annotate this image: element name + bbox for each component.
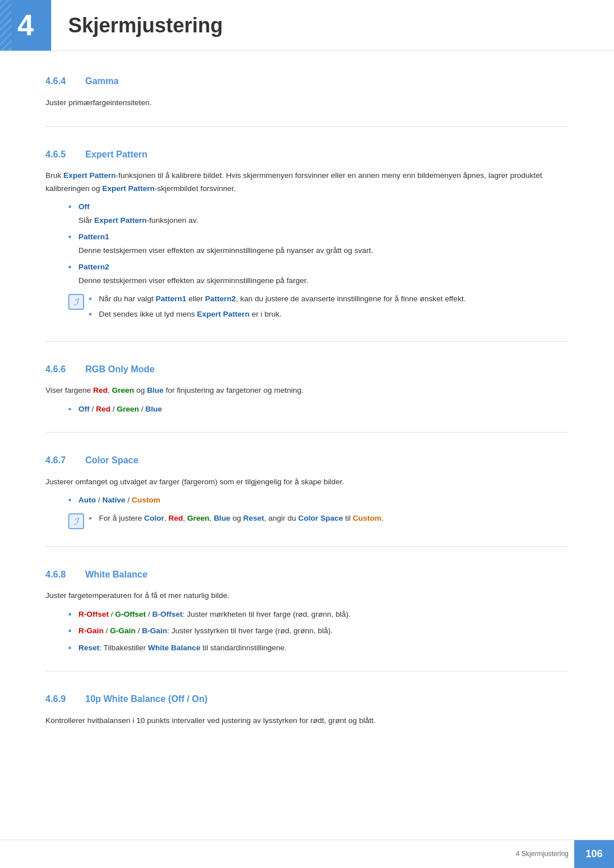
- kw-blue-1: Blue: [147, 386, 163, 394]
- section-4-6-7-heading: 4.6.7 Color Space: [45, 453, 569, 468]
- section-4-6-8-heading: 4.6.8 White Balance: [45, 567, 569, 582]
- list-item-pattern1: Pattern1 Denne testskjermen viser effekt…: [68, 231, 569, 256]
- kw-pattern1-note: Pattern1: [156, 294, 186, 303]
- kw-green-note: Green: [187, 514, 209, 522]
- section-4-6-9-title: 10p White Balance (Off / On): [85, 692, 208, 707]
- chapter-title: Skjermjustering: [51, 0, 223, 51]
- divider-5: [45, 671, 569, 671]
- chapter-number-text: 4: [18, 2, 34, 49]
- note-colorspace-1: For å justere Color, Red, Green, Blue og…: [89, 512, 569, 525]
- section-4-6-7-title: Color Space: [85, 453, 138, 468]
- footer-content: 4 Skjermjustering 106: [516, 840, 614, 869]
- list-item-off: Off Slår Expert Pattern-funksjonen av.: [68, 201, 569, 226]
- section-4-6-6-number: 4.6.6: [45, 362, 74, 377]
- kw-expert-pattern-2: Expert Pattern: [102, 184, 155, 193]
- note-container-4-6-7: ℐ For å justere Color, Red, Green, Blue …: [68, 512, 569, 529]
- list-item-reset: Reset: Tilbakestiller White Balance til …: [68, 642, 569, 654]
- section-4-6-6-title: RGB Only Mode: [85, 362, 155, 377]
- kw-blue-rgb: Blue: [146, 405, 162, 413]
- footer-page-number-text: 106: [586, 846, 603, 862]
- section-4-6-8-body: Juster fargetemperaturen for å få et mer…: [45, 589, 569, 602]
- kw-bgain: B-Gain: [142, 626, 167, 635]
- list-item-pattern2-subtext: Denne testskjermen viser effekten av skj…: [78, 275, 569, 287]
- kw-green-1: Green: [112, 386, 134, 394]
- kw-off-rgb: Off: [78, 405, 90, 413]
- kw-expert-pattern-note: Expert Pattern: [197, 310, 250, 318]
- section-4-6-4-body: Juster primærfargeintensiteten.: [45, 97, 569, 109]
- section-4-6-5-heading: 4.6.5 Expert Pattern: [45, 147, 569, 162]
- kw-color-note: Color: [144, 514, 164, 522]
- section-4-6-4-heading: 4.6.4 Gamma: [45, 74, 569, 89]
- section-4-6-8-number: 4.6.8: [45, 567, 74, 582]
- kw-reset-wb: Reset: [78, 643, 99, 652]
- section-4-6-4-title: Gamma: [85, 74, 119, 89]
- section-4-6-7-number: 4.6.7: [45, 453, 74, 468]
- divider-1: [45, 126, 569, 127]
- kw-green-rgb: Green: [117, 405, 139, 413]
- kw-red-rgb: Red: [96, 405, 111, 413]
- kw-goffset: G-Offset: [115, 610, 146, 618]
- kw-auto: Auto: [78, 496, 96, 504]
- footer-text: 4 Skjermjustering: [516, 849, 574, 859]
- kw-blue-note: Blue: [214, 514, 230, 522]
- list-item-rgb: Off / Red / Green / Blue: [68, 403, 569, 416]
- note-bullets-4-6-7: For å justere Color, Red, Green, Blue og…: [89, 512, 569, 528]
- page-footer: 4 Skjermjustering 106: [0, 840, 614, 868]
- kw-red-note: Red: [168, 514, 183, 522]
- section-4-6-6-heading: 4.6.6 RGB Only Mode: [45, 362, 569, 377]
- kw-boffset: B-Offset: [152, 610, 182, 618]
- divider-2: [45, 341, 569, 342]
- section-4-6-8-list: R-Offset / G-Offset / B-Offset: Juster m…: [68, 608, 569, 654]
- kw-colorspace-note: Color Space: [298, 514, 343, 522]
- section-4-6-6-body: Viser fargene Red, Green og Blue for fin…: [45, 384, 569, 397]
- list-item-off-subtext: Slår Expert Pattern-funksjonen av.: [78, 214, 569, 227]
- kw-expert-pattern-off: Expert Pattern: [94, 216, 147, 225]
- footer-page-number: 106: [574, 840, 614, 869]
- chapter-header: 4 Skjermjustering: [0, 0, 614, 51]
- kw-native: Native: [102, 496, 126, 504]
- kw-red-1: Red: [93, 386, 108, 394]
- section-4-6-6-list: Off / Red / Green / Blue: [68, 403, 569, 416]
- note-icon-4-6-5: ℐ: [68, 294, 84, 310]
- section-4-6-7-body: Justerer omfanget og utvalget av farger …: [45, 476, 569, 488]
- note-bullets-4-6-5: Når du har valgt Pattern1 eller Pattern2…: [89, 293, 569, 324]
- kw-pattern1: Pattern1: [78, 232, 109, 241]
- section-4-6-8-title: White Balance: [85, 567, 147, 582]
- kw-off: Off: [78, 202, 90, 211]
- section-4-6-5-body: Bruk Expert Pattern-funksjonen til å kal…: [45, 169, 569, 195]
- section-4-6-9-body: Kontrollerer hvitbalansen i 10 punkts in…: [45, 715, 569, 727]
- section-4-6-9-heading: 4.6.9 10p White Balance (Off / On): [45, 692, 569, 707]
- chapter-number: 4: [0, 0, 51, 51]
- list-item-pattern2: Pattern2 Denne testskjermen viser effekt…: [68, 261, 569, 286]
- kw-rgain: R-Gain: [78, 626, 103, 635]
- kw-pattern2: Pattern2: [78, 263, 109, 271]
- page-container: 4 Skjermjustering 4.6.4 Gamma Juster pri…: [0, 0, 614, 868]
- note-container-4-6-5: ℐ Når du har valgt Pattern1 eller Patter…: [68, 293, 569, 324]
- section-4-6-7-list: Auto / Native / Custom: [68, 494, 569, 506]
- kw-whitebalance-reset: White Balance: [148, 643, 200, 652]
- section-4-6-5-title: Expert Pattern: [85, 147, 147, 162]
- note-item-1: Når du har valgt Pattern1 eller Pattern2…: [89, 293, 569, 305]
- divider-4: [45, 546, 569, 547]
- section-4-6-4-number: 4.6.4: [45, 74, 74, 89]
- section-4-6-5-list: Off Slår Expert Pattern-funksjonen av. P…: [68, 201, 569, 287]
- list-item-colorspace: Auto / Native / Custom: [68, 494, 569, 506]
- kw-expert-pattern-1: Expert Pattern: [64, 171, 116, 180]
- kw-custom: Custom: [132, 496, 160, 504]
- kw-ggain: G-Gain: [110, 626, 136, 635]
- kw-custom-note: Custom: [353, 514, 381, 522]
- section-4-6-5-number: 4.6.5: [45, 147, 74, 162]
- note-item-2: Det sendes ikke ut lyd mens Expert Patte…: [89, 308, 569, 321]
- main-content: 4.6.4 Gamma Juster primærfargeintensitet…: [0, 74, 614, 727]
- list-item-roffset: R-Offset / G-Offset / B-Offset: Juster m…: [68, 608, 569, 621]
- kw-pattern2-note: Pattern2: [205, 294, 236, 303]
- list-item-pattern1-subtext: Denne testskjermen viser effekten av skj…: [78, 244, 569, 257]
- divider-3: [45, 432, 569, 433]
- section-4-6-4-body-text: Juster primærfargeintensiteten.: [45, 98, 152, 107]
- chapter-title-text: Skjermjustering: [68, 9, 223, 42]
- list-item-rgain: R-Gain / G-Gain / B-Gain: Juster lysstyr…: [68, 625, 569, 637]
- note-icon-4-6-7: ℐ: [68, 513, 84, 529]
- section-4-6-9-number: 4.6.9: [45, 692, 74, 707]
- kw-reset-note: Reset: [243, 514, 264, 522]
- kw-roffset: R-Offset: [78, 610, 109, 618]
